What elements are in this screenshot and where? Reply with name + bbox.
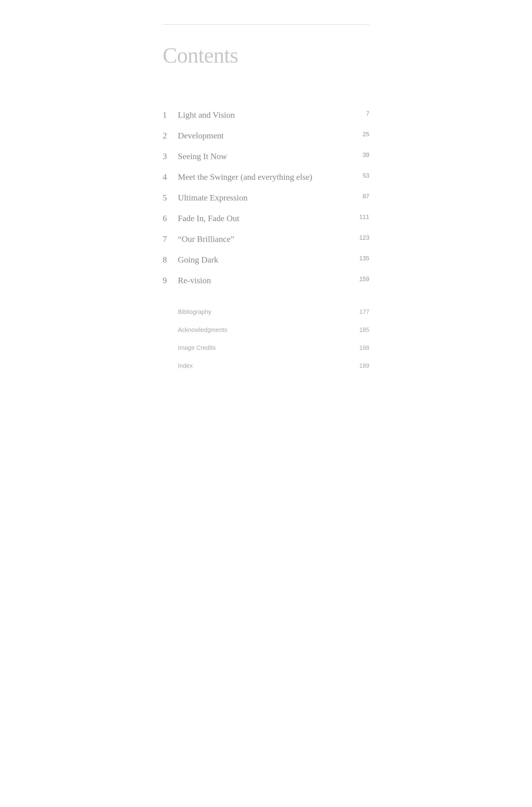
toc-chapter-row: 5 Ultimate Expression 87 <box>163 187 369 208</box>
toc-chapter-page: 159 <box>351 270 369 291</box>
toc-chapter-page: 7 <box>351 105 369 125</box>
toc-backmatter-page: 189 <box>351 357 369 375</box>
toc-chapter-title: Going Dark <box>178 250 351 270</box>
toc-table: 1 Light and Vision 7 2 Development 25 3 … <box>163 105 369 375</box>
toc-chapter-page: 53 <box>351 167 369 187</box>
toc-chapter-page: 123 <box>351 229 369 250</box>
toc-chapter-number: 7 <box>163 229 178 250</box>
toc-chapter-title: Light and Vision <box>178 105 351 125</box>
toc-chapter-page: 135 <box>351 250 369 270</box>
toc-chapter-page: 111 <box>351 208 369 229</box>
toc-chapter-title: Meet the Swinger (and everything else) <box>178 167 351 187</box>
toc-chapter-number: 1 <box>163 105 178 125</box>
toc-backmatter-row: Image Credits 188 <box>163 339 369 357</box>
toc-chapters: 1 Light and Vision 7 2 Development 25 3 … <box>163 105 369 375</box>
toc-backmatter-row: Bibliography 177 <box>163 303 369 321</box>
toc-chapter-number: 2 <box>163 125 178 146</box>
toc-backmatter-title: Acknowledgments <box>178 321 351 339</box>
toc-chapter-title: Fade In, Fade Out <box>178 208 351 229</box>
toc-chapter-number: 5 <box>163 187 178 208</box>
page: Contents 1 Light and Vision 7 2 Developm… <box>132 0 400 807</box>
toc-backmatter-row: Index 189 <box>163 357 369 375</box>
toc-chapter-row: 2 Development 25 <box>163 125 369 146</box>
toc-chapter-number: 4 <box>163 167 178 187</box>
toc-backmatter-number <box>163 357 178 375</box>
toc-chapter-page: 25 <box>351 125 369 146</box>
toc-chapter-row: 9 Re-vision 159 <box>163 270 369 291</box>
top-rule <box>163 24 369 25</box>
toc-chapter-number: 3 <box>163 146 178 167</box>
toc-chapter-title: Development <box>178 125 351 146</box>
toc-chapter-page: 39 <box>351 146 369 167</box>
toc-chapter-page: 87 <box>351 187 369 208</box>
toc-chapter-row: 6 Fade In, Fade Out 111 <box>163 208 369 229</box>
toc-backmatter-page: 188 <box>351 339 369 357</box>
toc-backmatter-page: 185 <box>351 321 369 339</box>
toc-backmatter-page: 177 <box>351 303 369 321</box>
toc-chapter-title: Seeing It Now <box>178 146 351 167</box>
toc-backmatter-title: Image Credits <box>178 339 351 357</box>
toc-backmatter-number <box>163 303 178 321</box>
toc-backmatter-row: Acknowledgments 185 <box>163 321 369 339</box>
toc-chapter-title: Re-vision <box>178 270 351 291</box>
toc-chapter-title: “Our Brilliance” <box>178 229 351 250</box>
toc-chapter-row: 4 Meet the Swinger (and everything else)… <box>163 167 369 187</box>
toc-backmatter-title: Bibliography <box>178 303 351 321</box>
toc-chapter-number: 6 <box>163 208 178 229</box>
toc-chapter-number: 8 <box>163 250 178 270</box>
toc-backmatter-title: Index <box>178 357 351 375</box>
toc-chapter-row: 3 Seeing It Now 39 <box>163 146 369 167</box>
toc-chapter-row: 7 “Our Brilliance” 123 <box>163 229 369 250</box>
toc-backmatter-number <box>163 339 178 357</box>
toc-chapter-number: 9 <box>163 270 178 291</box>
page-title: Contents <box>163 43 369 68</box>
toc-backmatter-number <box>163 321 178 339</box>
toc-chapter-title: Ultimate Expression <box>178 187 351 208</box>
toc-chapter-row: 8 Going Dark 135 <box>163 250 369 270</box>
toc-chapter-row: 1 Light and Vision 7 <box>163 105 369 125</box>
